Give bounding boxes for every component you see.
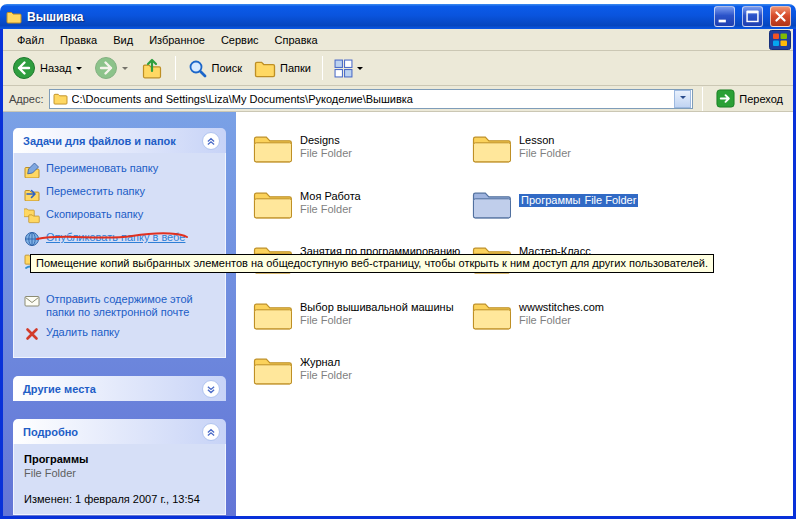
folder-type: File Folder (300, 369, 352, 382)
chevron-up-icon (204, 134, 218, 148)
task-copy-folder[interactable]: Скопировать папку (24, 208, 217, 224)
back-button[interactable]: Назад (7, 53, 87, 83)
minimize-button[interactable] (714, 6, 735, 27)
folder-item[interactable]: DesignsFile Folder (253, 132, 468, 174)
folder-icon (6, 10, 22, 24)
tasks-panel-header[interactable]: Задачи для файлов и папок (13, 128, 226, 153)
views-icon (334, 59, 353, 78)
email-icon (24, 293, 40, 309)
maximize-button[interactable] (742, 6, 763, 27)
task-label: Удалить папку (46, 326, 120, 339)
toolbar-separator (702, 87, 703, 111)
folder-type: File Folder (519, 147, 571, 160)
delete-icon (24, 326, 40, 342)
folder-name: Журнал (300, 356, 352, 369)
folder-type: File Folder (300, 314, 454, 327)
folder-item[interactable]: Выбор вышивальной машиныFile Folder (253, 299, 468, 341)
copy-icon (24, 208, 40, 224)
back-label: Назад (40, 62, 72, 74)
windows-logo-icon (769, 30, 791, 50)
other-places-title: Другие места (23, 383, 96, 395)
file-list-area[interactable]: DesignsFile Folder LessonFile Folder Моя… (236, 112, 793, 516)
menu-help[interactable]: Справка (267, 31, 326, 49)
folder-icon (253, 188, 293, 220)
window-title: Вышивка (27, 10, 707, 24)
views-button[interactable] (329, 56, 368, 81)
chevron-up-icon (204, 425, 218, 439)
folder-type: File Folder (300, 147, 352, 160)
address-bar: Адрес: C:\Documents and Settings\Liza\My… (3, 86, 793, 112)
close-button[interactable] (770, 6, 791, 27)
expand-button[interactable] (202, 380, 220, 398)
address-path: C:\Documents and Settings\Liza\My Docume… (72, 93, 671, 105)
folder-name: Designs (300, 134, 352, 147)
task-email-folder[interactable]: Отправить содержимое этой папки по элект… (24, 293, 217, 319)
folder-type: File Folder (519, 314, 604, 327)
folder-name: Выбор вышивальной машины (300, 301, 454, 314)
menu-tools[interactable]: Сервис (213, 31, 267, 49)
folder-name: Моя Работа (300, 190, 361, 203)
folders-icon (254, 59, 276, 78)
address-input[interactable]: C:\Documents and Settings\Liza\My Docume… (49, 89, 694, 109)
folders-label: Папки (280, 62, 311, 74)
minimize-icon (715, 6, 734, 27)
task-label: Скопировать папку (46, 208, 143, 221)
folder-icon (253, 299, 293, 331)
red-underline-annotation (34, 231, 190, 243)
close-icon (771, 6, 790, 27)
task-move-folder[interactable]: Переместить папку (24, 185, 217, 201)
details-folder-type: File Folder (24, 467, 217, 479)
collapse-button[interactable] (202, 132, 220, 150)
menu-bar: Файл Правка Вид Избранное Сервис Справка (3, 29, 793, 51)
task-pane-sidebar: Задачи для файлов и папок (3, 112, 236, 516)
search-label: Поиск (212, 62, 242, 74)
folder-name: wwwstitches.com (519, 301, 604, 314)
other-places-panel: Другие места (13, 376, 226, 401)
forward-icon (94, 56, 118, 80)
details-folder-name: Программы (24, 453, 217, 465)
folder-item[interactable]: ЖурналFile Folder (253, 354, 468, 396)
task-label: Переместить папку (46, 185, 145, 198)
folder-icon (472, 132, 512, 164)
details-modified-date: Изменен: 1 февраля 2007 г., 13:54 (24, 493, 217, 506)
folder-item-selected[interactable]: ПрограммыFile Folder (472, 188, 687, 230)
task-delete-folder[interactable]: Удалить папку (24, 326, 217, 342)
file-folder-tasks-panel: Задачи для файлов и папок (13, 128, 226, 358)
search-icon (187, 58, 208, 79)
go-button[interactable]: Переход (712, 89, 787, 108)
chevron-down-icon (76, 67, 82, 73)
address-dropdown-button[interactable] (674, 90, 691, 108)
toolbar-separator (175, 56, 176, 80)
folder-name: Lesson (519, 134, 571, 147)
collapse-button[interactable] (202, 423, 220, 441)
task-rename-folder[interactable]: Переименовать папку (24, 162, 217, 178)
menu-favorites[interactable]: Избранное (141, 31, 213, 49)
folder-icon (253, 132, 293, 164)
search-button[interactable]: Поиск (182, 55, 247, 82)
menu-edit[interactable]: Правка (52, 31, 105, 49)
address-label: Адрес: (9, 93, 44, 105)
folder-item[interactable]: LessonFile Folder (472, 132, 687, 174)
window-frame: Файл Правка Вид Избранное Сервис Справка (0, 29, 796, 519)
chevron-down-icon (204, 382, 218, 396)
tasks-panel-title: Задачи для файлов и папок (23, 135, 176, 147)
chevron-down-icon (122, 67, 128, 73)
details-panel-title: Подробно (23, 426, 78, 438)
rename-icon (24, 162, 40, 178)
folders-button[interactable]: Папки (249, 56, 316, 81)
folder-item[interactable]: Моя РаботаFile Folder (253, 188, 468, 230)
details-panel-body: Программы File Folder Изменен: 1 февраля… (13, 444, 226, 515)
menu-view[interactable]: Вид (105, 31, 141, 49)
up-button[interactable] (135, 54, 169, 82)
forward-button[interactable] (89, 53, 133, 83)
chevron-down-icon (680, 96, 686, 102)
content-area: Задачи для файлов и папок (3, 112, 793, 516)
chevron-down-icon (357, 67, 363, 73)
folder-item[interactable]: wwwstitches.comFile Folder (472, 299, 687, 341)
folder-type: File Folder (300, 203, 361, 216)
other-places-header[interactable]: Другие места (13, 376, 226, 401)
menu-file[interactable]: Файл (9, 31, 52, 49)
details-panel-header[interactable]: Подробно (13, 419, 226, 444)
folder-name: Программы (519, 194, 582, 207)
go-label: Переход (739, 93, 783, 105)
